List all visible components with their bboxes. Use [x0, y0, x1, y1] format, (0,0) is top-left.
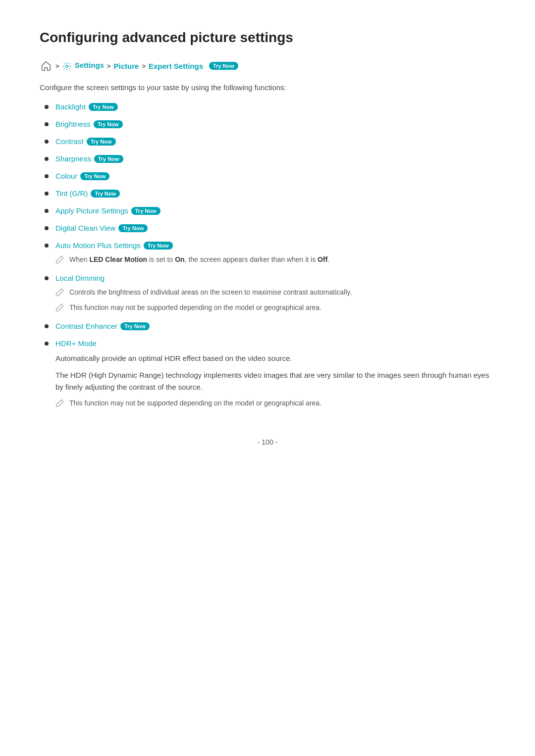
contrast-try-now[interactable]: Try Now [87, 138, 116, 146]
bullet-tint [45, 192, 49, 196]
auto-motion-plus-note-text: When LED Clear Motion is set to On, the … [69, 254, 329, 265]
bullet-contrast [45, 140, 49, 144]
settings-list: Backlight Try Now Brightness Try Now Con… [40, 102, 495, 408]
auto-motion-plus-note: When LED Clear Motion is set to On, the … [45, 254, 495, 265]
list-item-tint: Tint (G/R) Try Now [40, 189, 495, 198]
brightness-label[interactable]: Brightness [55, 120, 91, 128]
list-item-local-dimming: Local Dimming Controls the brightness of… [40, 274, 495, 313]
home-icon [40, 59, 53, 72]
colour-label[interactable]: Colour [55, 172, 77, 180]
pencil-icon-2 [55, 288, 64, 297]
list-item-brightness: Brightness Try Now [40, 120, 495, 128]
chevron-2: > [107, 62, 111, 70]
pencil-icon-3 [55, 303, 64, 312]
digital-clean-view-try-now[interactable]: Try Now [118, 224, 148, 232]
local-dimming-note-1: Controls the brightness of individual ar… [45, 287, 495, 298]
list-item-sharpness: Sharpness Try Now [40, 154, 495, 163]
bullet-colour [45, 174, 49, 178]
svg-point-1 [65, 65, 68, 67]
page-title: Configuring advanced picture settings [40, 30, 495, 46]
led-clear-motion-bold: LED Clear Motion [89, 255, 147, 263]
off-bold: Off [318, 255, 327, 263]
list-item-digital-clean-view: Digital Clean View Try Now [40, 224, 495, 232]
chevron-3: > [142, 62, 146, 70]
pencil-icon-1 [55, 255, 64, 264]
tint-try-now[interactable]: Try Now [91, 190, 120, 198]
bullet-contrast-enhancer [45, 324, 49, 328]
bullet-apply-picture [45, 209, 49, 213]
sharpness-try-now[interactable]: Try Now [94, 155, 123, 163]
colour-try-now[interactable]: Try Now [80, 172, 109, 180]
bullet-local-dimming [45, 276, 49, 280]
brightness-try-now[interactable]: Try Now [94, 120, 123, 128]
list-item-contrast-enhancer: Contrast Enhancer Try Now [40, 322, 495, 330]
contrast-enhancer-label[interactable]: Contrast Enhancer [55, 322, 117, 330]
sharpness-label[interactable]: Sharpness [55, 154, 91, 163]
list-item-backlight: Backlight Try Now [40, 102, 495, 111]
backlight-label[interactable]: Backlight [55, 102, 86, 111]
list-item-auto-motion-plus: Auto Motion Plus Settings Try Now When L… [40, 241, 495, 265]
breadcrumb: > Settings > Picture > Expert Settings T… [40, 59, 495, 72]
page-number: - 100 - [40, 438, 495, 446]
breadcrumb-settings[interactable]: Settings [62, 61, 104, 70]
list-item-contrast: Contrast Try Now [40, 137, 495, 146]
hdr-mode-label[interactable]: HDR+ Mode [55, 339, 97, 348]
backlight-try-now[interactable]: Try Now [89, 103, 118, 111]
pencil-icon-4 [55, 399, 64, 407]
list-item-colour: Colour Try Now [40, 172, 495, 180]
bullet-backlight [45, 105, 49, 109]
list-item-apply-picture-settings: Apply Picture Settings Try Now [40, 206, 495, 215]
bullet-auto-motion-plus [45, 244, 49, 248]
bullet-hdr-mode [45, 342, 49, 346]
digital-clean-view-label[interactable]: Digital Clean View [55, 224, 115, 232]
contrast-label[interactable]: Contrast [55, 137, 84, 146]
on-bold: On [175, 255, 184, 263]
auto-motion-plus-try-now[interactable]: Try Now [144, 242, 173, 250]
intro-text: Configure the screen settings to your ta… [40, 83, 495, 92]
bullet-sharpness [45, 157, 49, 161]
local-dimming-label[interactable]: Local Dimming [55, 274, 105, 282]
auto-motion-plus-label[interactable]: Auto Motion Plus Settings [55, 241, 141, 250]
bullet-brightness [45, 122, 49, 126]
chevron-1: > [55, 62, 59, 70]
local-dimming-note-text-2: This function may not be supported depen… [69, 302, 321, 313]
local-dimming-note-2: This function may not be supported depen… [45, 302, 495, 313]
hdr-mode-sub-text-2: The HDR (High Dynamic Range) technology … [45, 369, 495, 393]
hdr-mode-sub-text-1: Automatically provide an optimal HDR eff… [45, 353, 495, 364]
breadcrumb-try-now-badge[interactable]: Try Now [209, 62, 238, 70]
apply-picture-try-now[interactable]: Try Now [131, 207, 160, 215]
contrast-enhancer-try-now[interactable]: Try Now [120, 322, 150, 330]
apply-picture-label[interactable]: Apply Picture Settings [55, 206, 128, 215]
hdr-mode-note-text: This function may not be supported depen… [69, 398, 321, 408]
local-dimming-note-text-1: Controls the brightness of individual ar… [69, 287, 352, 298]
list-item-hdr-mode: HDR+ Mode Automatically provide an optim… [40, 339, 495, 408]
tint-label[interactable]: Tint (G/R) [55, 189, 88, 198]
breadcrumb-expert-settings[interactable]: Expert Settings [149, 62, 203, 70]
hdr-mode-note: This function may not be supported depen… [45, 398, 495, 408]
breadcrumb-picture[interactable]: Picture [114, 62, 139, 70]
bullet-digital-clean-view [45, 226, 49, 230]
